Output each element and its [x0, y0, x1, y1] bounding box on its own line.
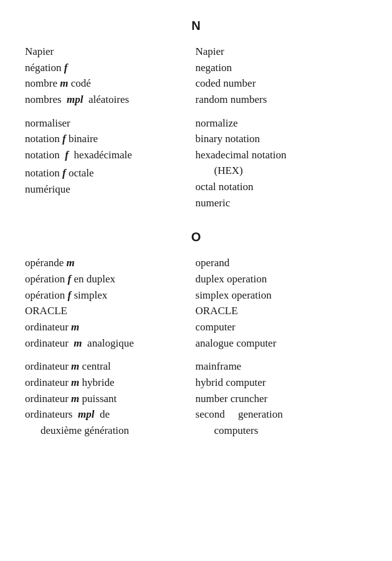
list-item: normaliser: [25, 116, 183, 132]
list-item: notation f binaire: [25, 132, 183, 147]
spacer: [25, 108, 183, 116]
list-item: Napier: [196, 44, 367, 60]
section-o: O opérande m opération f en duplex opéra…: [25, 230, 367, 439]
list-item: computers: [196, 423, 367, 439]
entries-right-o: operand duplex operation simplex operati…: [189, 256, 367, 439]
list-item: opération f simplex: [25, 288, 183, 304]
list-item: opérande m: [25, 256, 183, 271]
entries-left-n: Napier négation f nombre m codé nombres …: [25, 44, 189, 211]
list-item: nombres mpl aléatoires: [25, 92, 183, 108]
list-item: numeric: [196, 196, 367, 211]
list-item: ordinateur m central: [25, 359, 183, 375]
list-item: nombre m codé: [25, 76, 183, 92]
list-item: ORACLE: [196, 304, 367, 319]
list-item: mainframe: [196, 359, 367, 375]
list-item: deuxième génération: [25, 423, 183, 439]
list-item: operand: [196, 256, 367, 271]
list-item: numérique: [25, 182, 183, 198]
list-item: second generation: [196, 407, 367, 423]
spacer: [196, 352, 367, 359]
list-item: ordinateur m: [25, 320, 183, 335]
list-item: Napier: [25, 44, 183, 60]
list-item: duplex operation: [196, 272, 367, 287]
list-item: coded number: [196, 76, 367, 92]
section-header-o: O: [25, 230, 367, 244]
list-item: random numbers: [196, 92, 367, 108]
list-item: notation f hexadécimale: [25, 148, 183, 163]
list-item: computer: [196, 320, 367, 335]
list-item: négation f: [25, 60, 183, 76]
list-item: opération f en duplex: [25, 272, 183, 287]
entries-o: opérande m opération f en duplex opérati…: [25, 256, 367, 439]
spacer: [196, 108, 367, 116]
list-item: ORACLE: [25, 304, 183, 319]
list-item: hexadecimal notation: [196, 148, 367, 163]
list-item: ordinateur m puissant: [25, 391, 183, 407]
entries-n: Napier négation f nombre m codé nombres …: [25, 44, 367, 211]
list-item: binary notation: [196, 132, 367, 147]
section-n: N Napier négation f nombre m codé nombre…: [25, 19, 367, 211]
spacer: [25, 352, 183, 359]
list-item: ordinateur m analogique: [25, 336, 183, 352]
list-item: hybrid computer: [196, 375, 367, 391]
list-item: ordinateur m hybride: [25, 375, 183, 391]
list-item: (HEX): [196, 163, 367, 179]
list-item: negation: [196, 60, 367, 76]
list-item: ordinateurs mpl de: [25, 407, 183, 423]
list-item: analogue computer: [196, 336, 367, 352]
list-item: number cruncher: [196, 391, 367, 407]
list-item: notation f octale: [25, 166, 183, 181]
list-item: octal notation: [196, 180, 367, 195]
list-item: normalize: [196, 116, 367, 132]
list-item: simplex operation: [196, 288, 367, 304]
section-header-n: N: [25, 19, 367, 33]
entries-right-n: Napier negation coded number random numb…: [189, 44, 367, 211]
entries-left-o: opérande m opération f en duplex opérati…: [25, 256, 189, 439]
